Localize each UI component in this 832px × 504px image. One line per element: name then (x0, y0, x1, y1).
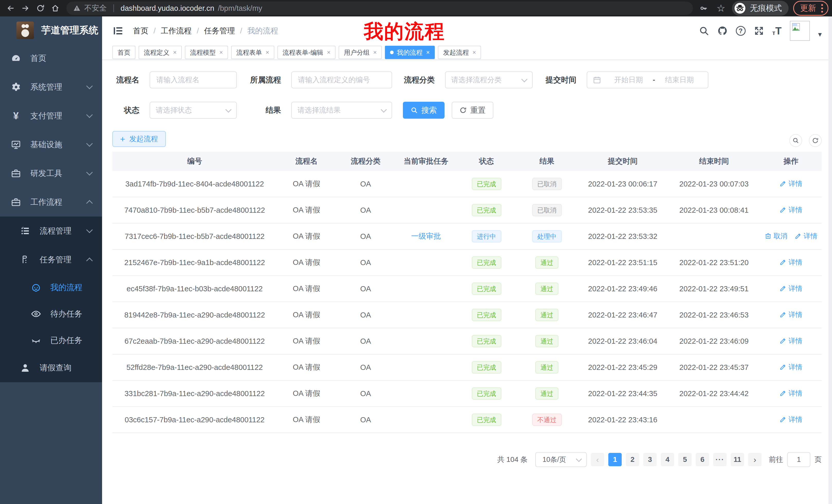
detail-action-link[interactable]: 详情 (780, 179, 802, 188)
filter-category-select[interactable]: 请选择流程分类 (445, 72, 533, 88)
chevron-down-icon (86, 111, 93, 118)
home-icon[interactable] (48, 1, 62, 15)
sidebar-item-task-management[interactable]: 任务管理 (0, 245, 102, 274)
refresh-button[interactable] (809, 134, 822, 147)
avatar[interactable] (790, 21, 810, 41)
sidebar-item-devtools[interactable]: 研发工具 (0, 159, 102, 188)
sidebar-item-home[interactable]: 首页 (0, 44, 102, 73)
filter-name-input[interactable] (150, 72, 237, 88)
edit-icon (780, 259, 786, 265)
cancel-action-link[interactable]: 取消 (765, 231, 787, 241)
page-button-4[interactable]: 4 (661, 453, 674, 466)
tab-process-definition[interactable]: 流程定义× (138, 46, 182, 59)
detail-action-link[interactable]: 详情 (795, 231, 817, 241)
detail-action-link[interactable]: 详情 (780, 310, 802, 319)
close-icon[interactable]: × (472, 49, 476, 56)
update-button[interactable]: 更新 (793, 1, 828, 16)
sidebar-item-done-tasks[interactable]: 已办任务 (0, 327, 102, 354)
key-icon[interactable] (697, 2, 710, 15)
breadcrumb-separator: / (197, 26, 199, 35)
logo-row[interactable]: 芋道管理系统 (0, 17, 102, 44)
eye-icon (30, 308, 42, 319)
reload-icon[interactable] (33, 1, 47, 15)
tab-my-process[interactable]: 我的流程× (385, 46, 435, 59)
sidebar-item-todo-tasks[interactable]: 待办任务 (0, 301, 102, 327)
tab-process-form-edit[interactable]: 流程表单-编辑× (278, 46, 336, 59)
forward-icon[interactable] (19, 1, 32, 15)
sidebar-item-process-management[interactable]: 流程管理 (0, 217, 102, 245)
monitor-icon (10, 139, 22, 150)
breadcrumb-item[interactable]: 首页 (133, 26, 148, 36)
cell-category: OA (336, 407, 395, 433)
cell-category: OA (336, 302, 395, 328)
reset-button[interactable]: 重置 (452, 102, 493, 119)
close-icon[interactable]: × (266, 49, 269, 56)
fullscreen-icon[interactable] (754, 26, 764, 36)
tab-process-form[interactable]: 流程表单× (231, 46, 274, 59)
detail-action-link[interactable]: 详情 (780, 336, 802, 345)
detail-action-link[interactable]: 详情 (780, 389, 802, 398)
result-badge: 通过 (535, 256, 558, 269)
bookmark-star-icon[interactable]: ☆ (714, 2, 727, 15)
sidebar-item-payment[interactable]: ¥支付管理 (0, 102, 102, 130)
page-button-6[interactable]: 6 (696, 453, 709, 466)
pagination-ellipsis[interactable]: ··· (713, 453, 727, 466)
date-separator: - (653, 76, 655, 84)
collapse-sidebar-icon[interactable] (112, 25, 124, 36)
tab-user-group[interactable]: 用户分组× (339, 46, 382, 59)
tab-process-model[interactable]: 流程模型× (185, 46, 228, 59)
menu-dots-icon[interactable] (821, 4, 823, 12)
tab-start-process[interactable]: 发起流程× (438, 46, 481, 59)
sidebar-item-system[interactable]: 系统管理 (0, 73, 102, 102)
goto-page-input[interactable] (787, 452, 810, 467)
detail-action-link[interactable]: 详情 (780, 284, 802, 293)
page-size-select[interactable]: 10条/页 (535, 452, 587, 467)
search-icon[interactable] (699, 26, 709, 36)
page-button-2[interactable]: 2 (626, 453, 639, 466)
sidebar-item-my-process[interactable]: 我的流程 (0, 274, 102, 301)
delete-icon (765, 232, 772, 240)
close-icon[interactable]: × (426, 49, 430, 56)
filter-status-select[interactable]: 请选择状态 (150, 102, 237, 119)
tab-home[interactable]: 首页 (112, 46, 135, 59)
close-icon[interactable]: × (173, 49, 177, 56)
font-size-icon[interactable]: тT (772, 26, 782, 36)
toggle-search-button[interactable] (789, 134, 802, 147)
breadcrumb-item[interactable]: 任务管理 (204, 26, 235, 36)
close-icon[interactable]: × (373, 49, 377, 56)
page-scrollbar[interactable] (828, 17, 832, 504)
close-icon[interactable]: × (219, 49, 223, 56)
close-icon[interactable]: × (327, 49, 330, 56)
cell-process-id: 03c6c157-7b9a-11ec-a290-acde48001122 (112, 407, 277, 433)
back-icon[interactable] (4, 1, 18, 15)
github-icon[interactable] (717, 26, 728, 36)
next-page-button[interactable]: › (748, 453, 761, 466)
page-button-5[interactable]: 5 (678, 453, 692, 466)
filter-result-select[interactable]: 请选择流结果 (291, 102, 392, 119)
filter-daterange-input[interactable]: 开始日期 - 结束日期 (587, 72, 708, 88)
filter-category-label: 流程分类 (401, 75, 435, 85)
sidebar: 芋道管理系统 首页系统管理¥支付管理基础设施研发工具工作流程 流程管理任务管理我… (0, 17, 102, 504)
detail-action-link[interactable]: 详情 (780, 362, 802, 372)
address-bar[interactable]: 不安全 dashboard.yudao.iocoder.cn/bpm/task/… (66, 2, 693, 15)
filter-definition-input[interactable] (291, 72, 392, 88)
help-icon[interactable]: ? (736, 26, 746, 36)
detail-action-link[interactable]: 详情 (780, 205, 802, 215)
sidebar-item-infrastructure[interactable]: 基础设施 (0, 130, 102, 159)
page-button-3[interactable]: 3 (643, 453, 657, 466)
incognito-label: 无痕模式 (750, 3, 782, 13)
detail-action-link[interactable]: 详情 (780, 415, 802, 424)
detail-action-link[interactable]: 详情 (780, 258, 802, 267)
sidebar-item-leave-query[interactable]: 请假查询 (0, 354, 102, 382)
page-button-1[interactable]: 1 (608, 453, 622, 466)
page-button-11[interactable]: 11 (731, 453, 744, 466)
avatar-caret-icon[interactable]: ▾ (818, 30, 822, 38)
search-button[interactable]: 搜索 (403, 102, 445, 119)
start-process-button[interactable]: + 发起流程 (112, 131, 166, 147)
breadcrumb-item[interactable]: 工作流程 (161, 26, 191, 36)
prev-page-button[interactable]: ‹ (591, 453, 604, 466)
sidebar-item-workflow[interactable]: 工作流程 (0, 188, 102, 217)
cell-result: 已取消 (516, 197, 578, 223)
task-link[interactable]: 一级审批 (411, 232, 441, 240)
chevron-down-icon (225, 106, 231, 113)
